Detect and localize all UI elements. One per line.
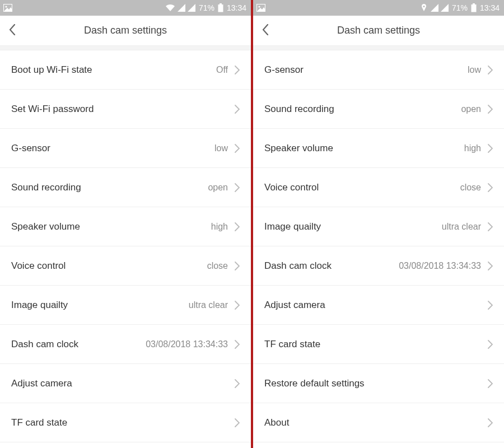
section-gap: [0, 46, 251, 50]
row-value: close: [460, 183, 481, 193]
row-restore-default[interactable]: Restore default settings: [253, 364, 504, 403]
row-tf-card-state[interactable]: TF card state: [253, 325, 504, 364]
row-speaker-volume[interactable]: Speaker volume high: [253, 129, 504, 168]
svg-point-6: [423, 6, 424, 7]
row-value: low: [214, 143, 228, 153]
chevron-right-icon: [235, 183, 240, 192]
chevron-right-icon: [488, 418, 493, 427]
signal-icon: [431, 4, 438, 12]
row-set-wifi-password[interactable]: Set Wi-Fi password: [0, 90, 251, 129]
row-dash-cam-clock[interactable]: Dash cam clock 03/08/2018 13:34:33: [253, 246, 504, 286]
row-voice-control[interactable]: Voice control close: [0, 246, 251, 286]
clock-text: 13:34: [480, 3, 500, 12]
chevron-right-icon: [235, 262, 240, 270]
row-image-quality[interactable]: Image quailty ultra clear: [0, 286, 251, 325]
page-title: Dash cam settings: [9, 25, 242, 36]
row-value: low: [468, 65, 481, 75]
row-label: Dash cam clock: [11, 339, 78, 350]
row-value: open: [208, 183, 228, 193]
battery-percent: 71%: [452, 3, 468, 12]
row-label: Boot up Wi-Fi state: [11, 64, 92, 76]
row-value: 03/08/2018 13:34:33: [146, 339, 228, 349]
app-bar: Dash cam settings: [253, 16, 504, 46]
row-label: Adjust camera: [264, 300, 325, 311]
row-label: Speaker volume: [264, 143, 333, 154]
chevron-right-icon: [235, 379, 240, 388]
row-sound-recording[interactable]: Sound recording open: [0, 168, 251, 207]
row-image-quality[interactable]: Image quailty ultra clear: [253, 207, 504, 246]
row-label: Sound recording: [11, 182, 81, 193]
chevron-right-icon: [235, 66, 240, 74]
chevron-right-icon: [488, 183, 493, 192]
battery-icon: [471, 3, 477, 12]
svg-point-5: [258, 6, 260, 7]
row-label: Voice control: [264, 182, 319, 193]
back-button[interactable]: [262, 24, 269, 38]
row-value: 03/08/2018 13:34:33: [399, 261, 481, 271]
chevron-right-icon: [488, 262, 493, 270]
svg-rect-2: [220, 3, 222, 4]
signal-icon: [178, 4, 185, 12]
image-icon: [3, 4, 12, 12]
row-label: Set Wi-Fi password: [11, 104, 94, 115]
row-label: Speaker volume: [11, 221, 80, 232]
row-sound-recording[interactable]: Sound recording open: [253, 90, 504, 129]
row-label: Image quailty: [264, 221, 321, 232]
row-value: ultra clear: [189, 300, 228, 310]
chevron-right-icon: [235, 105, 240, 114]
back-button[interactable]: [9, 24, 16, 38]
svg-rect-8: [471, 4, 476, 12]
signal-icon: [188, 4, 195, 12]
row-value: ultra clear: [442, 222, 481, 232]
chevron-right-icon: [488, 105, 493, 114]
row-label: TF card state: [264, 339, 320, 350]
row-label: Restore default settings: [264, 378, 365, 389]
chevron-right-icon: [488, 340, 493, 349]
row-value: close: [207, 261, 228, 271]
row-label: Sound recording: [264, 104, 334, 115]
chevron-right-icon: [235, 144, 240, 153]
svg-point-1: [5, 6, 7, 7]
row-label: G-sensor: [11, 143, 50, 154]
battery-percent: 71%: [199, 3, 214, 12]
settings-list: G-sensor low Sound recording open Speake…: [253, 50, 504, 448]
row-adjust-camera[interactable]: Adjust camera: [0, 364, 251, 403]
row-label: Dash cam clock: [264, 260, 332, 272]
phone-left: 71% 13:34 Dash cam settings Boot up Wi-F…: [0, 0, 251, 448]
chevron-right-icon: [488, 66, 493, 74]
row-boot-wifi[interactable]: Boot up Wi-Fi state Off: [0, 50, 251, 90]
row-label: About: [264, 417, 289, 428]
chevron-right-icon: [235, 301, 240, 310]
row-label: TF card state: [11, 417, 67, 428]
chevron-right-icon: [235, 418, 240, 427]
svg-rect-7: [473, 3, 475, 4]
row-label: Voice control: [11, 260, 66, 272]
row-g-sensor[interactable]: G-sensor low: [0, 129, 251, 168]
chevron-right-icon: [488, 222, 493, 231]
row-adjust-camera[interactable]: Adjust camera: [253, 286, 504, 325]
chevron-right-icon: [488, 144, 493, 153]
image-icon: [256, 4, 265, 12]
row-g-sensor[interactable]: G-sensor low: [253, 50, 504, 90]
battery-icon: [218, 3, 223, 12]
status-bar: 71% 13:34: [253, 0, 504, 16]
row-dash-cam-clock[interactable]: Dash cam clock 03/08/2018 13:34:33: [0, 325, 251, 364]
row-label: Image quailty: [11, 300, 68, 311]
app-bar: Dash cam settings: [0, 16, 251, 46]
row-voice-control[interactable]: Voice control close: [253, 168, 504, 207]
svg-rect-3: [218, 4, 223, 12]
wifi-icon: [165, 4, 175, 12]
settings-list: Boot up Wi-Fi state Off Set Wi-Fi passwo…: [0, 50, 251, 448]
row-speaker-volume[interactable]: Speaker volume high: [0, 207, 251, 246]
signal-icon: [441, 4, 449, 12]
clock-text: 13:34: [227, 3, 246, 12]
section-gap: [253, 46, 504, 50]
row-label: G-sensor: [264, 64, 304, 76]
row-tf-card-state[interactable]: TF card state: [0, 403, 251, 442]
chevron-right-icon: [235, 340, 240, 349]
chevron-right-icon: [488, 379, 493, 388]
row-value: high: [464, 143, 481, 153]
row-about[interactable]: About: [253, 403, 504, 442]
status-bar: 71% 13:34: [0, 0, 251, 16]
row-value: open: [461, 104, 481, 114]
